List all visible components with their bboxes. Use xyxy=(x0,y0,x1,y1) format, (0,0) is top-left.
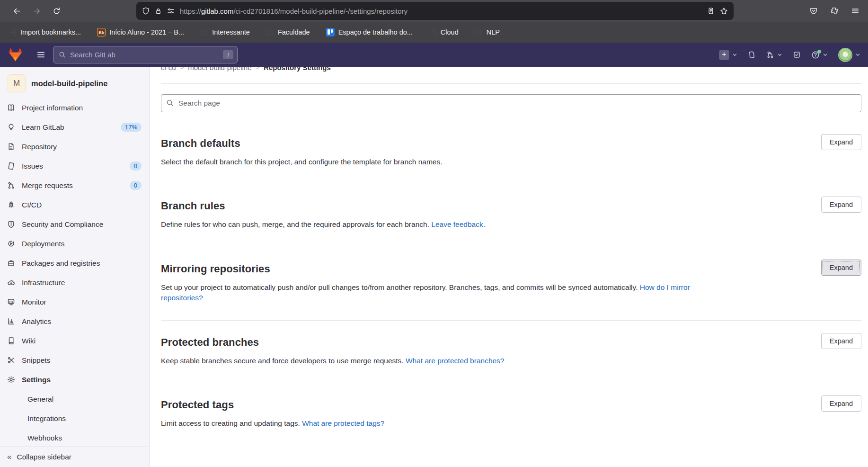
section-help-link[interactable]: What are protected tags? xyxy=(302,419,384,427)
sidebar-item-label: Packages and registries xyxy=(22,259,100,268)
bookmark-item[interactable]: Faculdade xyxy=(266,28,310,36)
settings-section: Protected tagsLimit access to creating a… xyxy=(161,383,861,445)
expand-button[interactable]: Expand xyxy=(821,260,861,276)
expand-button[interactable]: Expand xyxy=(821,197,861,213)
section-description: Limit access to creating and updating ta… xyxy=(161,418,691,429)
section-help-link[interactable]: Leave feedback. xyxy=(431,220,485,228)
url-bar[interactable]: https://gitlab.com/ci-cd2701816/model-bu… xyxy=(136,2,734,20)
sidebar-item-learn-gitlab[interactable]: Learn GitLab17% xyxy=(0,117,149,137)
sidebar-item-packages-and-registries[interactable]: Packages and registries xyxy=(0,253,149,273)
collapse-chevron-icon: « xyxy=(7,452,11,462)
sidebar-item-wiki[interactable]: Wiki xyxy=(0,331,149,350)
menu-icon[interactable] xyxy=(851,7,859,15)
import-icon xyxy=(9,28,17,36)
reload-button[interactable] xyxy=(46,3,66,19)
section-description: Keep stable branches secure and force de… xyxy=(161,356,691,366)
tracking-shield-icon[interactable] xyxy=(142,7,150,15)
bookmark-item[interactable]: BbInício Aluno - 2021 – B... xyxy=(97,28,184,36)
sidebar-item-project-information[interactable]: Project information xyxy=(0,98,149,117)
section-description-text: Keep stable branches secure and force de… xyxy=(161,357,404,365)
project-avatar: M xyxy=(8,74,26,92)
search-icon xyxy=(166,99,174,107)
book-icon xyxy=(7,337,15,345)
url-text: https://gitlab.com/ci-cd2701816/model-bu… xyxy=(180,7,702,15)
expand-button[interactable]: Expand xyxy=(821,395,861,412)
main-content: ci-cd>model-build-pipeline>Repository Se… xyxy=(150,67,868,467)
bookmarks-bar: Import bookmarks...BbInício Aluno - 2021… xyxy=(0,22,868,43)
permissions-icon[interactable] xyxy=(167,7,175,15)
settings-section: Mirroring repositoriesSet up your projec… xyxy=(161,247,861,321)
bar-chart-icon xyxy=(7,317,15,325)
breadcrumb-link[interactable]: model-build-pipeline xyxy=(188,67,251,72)
bookmark-item[interactable]: Cloud xyxy=(429,28,459,36)
folder-icon xyxy=(266,28,274,36)
folder-icon xyxy=(200,28,208,36)
sidebar-item-issues[interactable]: Issues0 xyxy=(0,156,149,176)
gitlab-navbar: / + xyxy=(0,43,868,67)
page-search-input[interactable] xyxy=(161,94,861,112)
gitlab-search-input[interactable] xyxy=(70,51,219,59)
help-menu[interactable] xyxy=(811,51,828,59)
sidebar-item-snippets[interactable]: Snippets xyxy=(0,350,149,370)
notification-dot xyxy=(817,50,821,54)
bookmark-item[interactable]: Espaço de trabalho do... xyxy=(326,28,413,36)
sidebar-item-settings[interactable]: Settings xyxy=(0,370,149,389)
sidebar-toggle-icon[interactable] xyxy=(36,50,45,59)
merge-requests-shortcut[interactable] xyxy=(766,51,782,59)
sidebar-item-repository[interactable]: Repository xyxy=(0,137,149,156)
reader-view-icon[interactable] xyxy=(707,7,715,15)
bookmark-label: NLP xyxy=(487,28,500,36)
new-menu[interactable]: + xyxy=(719,50,737,60)
sidebar-item-deployments[interactable]: Deployments xyxy=(0,234,149,253)
sidebar-item-security-and-compliance[interactable]: Security and Compliance xyxy=(0,215,149,234)
bookmark-star-icon[interactable] xyxy=(720,7,728,15)
sidebar-subitem-webhooks[interactable]: Webhooks xyxy=(0,428,149,448)
sidebar-item-label: CI/CD xyxy=(22,201,42,209)
sidebar-item-label: Issues xyxy=(22,162,43,171)
sidebar-item-label: Security and Compliance xyxy=(22,220,103,229)
user-menu[interactable] xyxy=(838,48,860,62)
sidebar-item-infrastructure[interactable]: Infrastructure xyxy=(0,273,149,292)
sidebar-subitem-integrations[interactable]: Integrations xyxy=(0,409,149,428)
section-description-text: Limit access to creating and updating ta… xyxy=(161,419,300,427)
expand-button[interactable]: Expand xyxy=(821,134,861,150)
section-description: Set up your project to automatically pus… xyxy=(161,282,691,304)
project-header[interactable]: M model-build-pipeline xyxy=(0,67,149,98)
merge-request-icon xyxy=(766,51,774,59)
lightbulb-icon xyxy=(7,123,15,131)
todos-icon[interactable] xyxy=(793,51,801,59)
pocket-icon[interactable] xyxy=(809,7,818,15)
lock-icon[interactable] xyxy=(155,8,162,15)
breadcrumb-separator: > xyxy=(180,67,184,71)
sidebar-item-analytics[interactable]: Analytics xyxy=(0,312,149,331)
section-title: Protected branches xyxy=(161,336,861,349)
expand-button[interactable]: Expand xyxy=(821,333,861,349)
sidebar-item-merge-requests[interactable]: Merge requests0 xyxy=(0,176,149,195)
sidebar-subitem-general[interactable]: General xyxy=(0,389,149,409)
extensions-icon[interactable] xyxy=(830,7,839,15)
breadcrumb-link[interactable]: ci-cd xyxy=(161,67,176,72)
section-help-link[interactable]: What are protected branches? xyxy=(406,357,505,365)
collapse-label: Collapse sidebar xyxy=(17,453,71,461)
gitlab-search[interactable]: / xyxy=(53,46,238,63)
chevron-down-icon xyxy=(777,52,782,57)
sidebar-item-monitor[interactable]: Monitor xyxy=(0,292,149,312)
gitlab-logo-icon[interactable] xyxy=(8,47,23,62)
bookmark-label: Import bookmarks... xyxy=(20,28,81,36)
bookmark-item[interactable]: Import bookmarks... xyxy=(9,28,81,36)
issues-shortcut-icon[interactable] xyxy=(748,51,756,59)
forward-button[interactable] xyxy=(27,3,46,19)
breadcrumb: ci-cd>model-build-pipeline>Repository Se… xyxy=(161,67,861,77)
sidebar-item-label: Monitor xyxy=(22,298,46,306)
bookmark-label: Faculdade xyxy=(278,28,310,36)
back-button[interactable] xyxy=(7,3,27,19)
collapse-sidebar-button[interactable]: « Collapse sidebar xyxy=(0,446,149,467)
toolbar-right xyxy=(809,7,861,15)
divider xyxy=(161,83,861,84)
settings-section: Branch defaultsSelect the default branch… xyxy=(161,122,861,184)
sidebar-item-label: Repository xyxy=(22,143,57,151)
issues-icon xyxy=(7,162,15,170)
bookmark-item[interactable]: NLP xyxy=(475,28,500,36)
bookmark-item[interactable]: Interessante xyxy=(200,28,250,36)
sidebar-item-ci-cd[interactable]: CI/CD xyxy=(0,195,149,215)
